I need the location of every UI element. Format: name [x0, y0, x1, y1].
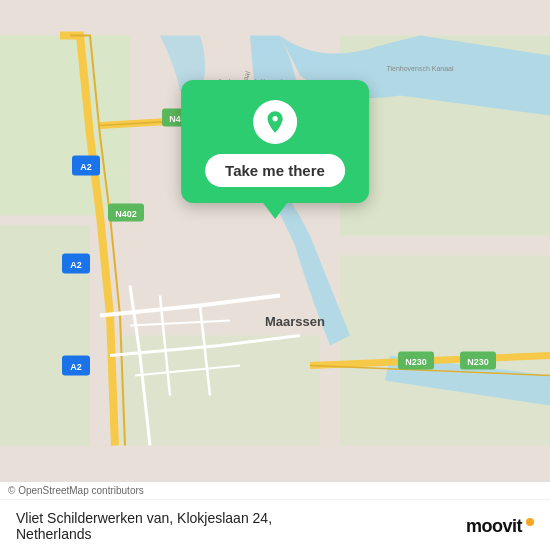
svg-rect-4 — [340, 256, 550, 446]
location-pin-icon — [253, 100, 297, 144]
svg-text:A2: A2 — [80, 162, 92, 172]
take-me-there-button[interactable]: Take me there — [205, 154, 345, 187]
location-info: Vliet Schilderwerken van, Klokjeslaan 24… — [16, 510, 272, 542]
location-country: Netherlands — [16, 526, 272, 542]
moovit-dot-icon — [526, 518, 534, 526]
app-container: N402 N402 A2 A2 A2 N230 N230 — [0, 0, 550, 550]
map-area: N402 N402 A2 A2 A2 N230 N230 — [0, 0, 550, 481]
svg-text:Maarssen: Maarssen — [265, 314, 325, 329]
footer: © OpenStreetMap contributors Vliet Schil… — [0, 481, 550, 550]
location-bar: Vliet Schilderwerken van, Klokjeslaan 24… — [0, 500, 550, 550]
svg-text:N230: N230 — [405, 357, 427, 367]
location-name: Vliet Schilderwerken van, Klokjeslaan 24… — [16, 510, 272, 526]
moovit-logo: moovit — [466, 516, 534, 537]
map-svg: N402 N402 A2 A2 A2 N230 N230 — [0, 0, 550, 481]
copyright-text: © OpenStreetMap contributors — [8, 485, 144, 496]
svg-text:A2: A2 — [70, 362, 82, 372]
moovit-text: moovit — [466, 516, 522, 537]
copyright-bar: © OpenStreetMap contributors — [0, 482, 550, 500]
svg-text:A2: A2 — [70, 260, 82, 270]
tooltip-card: Take me there — [181, 80, 369, 203]
svg-text:Tienhovensch Kanaal: Tienhovensch Kanaal — [386, 65, 454, 72]
svg-text:N402: N402 — [115, 209, 137, 219]
svg-text:N230: N230 — [467, 357, 489, 367]
